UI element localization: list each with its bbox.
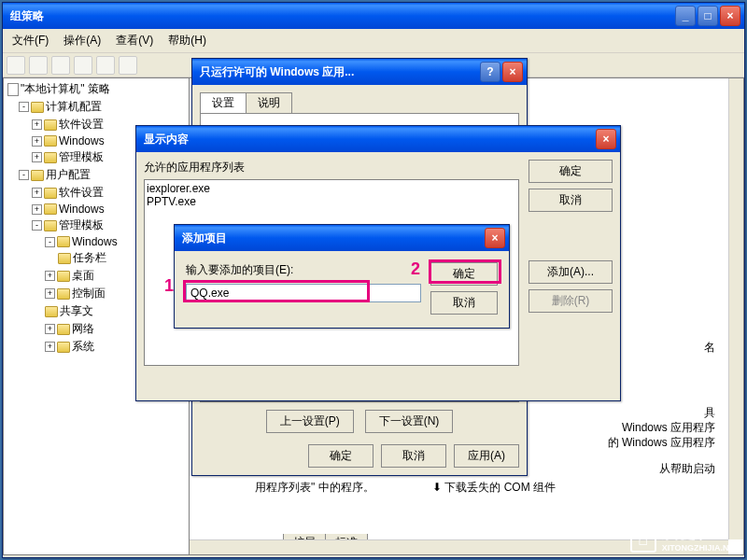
house-icon: ⌂	[630, 526, 656, 553]
ok-button[interactable]: 确定	[430, 262, 498, 286]
add-titlebar: 添加项目 ×	[175, 225, 509, 251]
download-icon: ⬇	[432, 481, 442, 494]
add-title: 添加项目	[178, 231, 483, 246]
list-label: 允许的应用程序列表	[144, 160, 519, 175]
expand-icon[interactable]: +	[45, 288, 55, 299]
content-text: 用程序列表" 中的程序。	[255, 480, 414, 496]
folder-icon	[44, 188, 57, 199]
folder-icon	[44, 135, 57, 147]
folder-icon	[31, 170, 44, 181]
scrollbar-v[interactable]	[728, 78, 743, 539]
prev-setting-button[interactable]: 上一设置(P)	[266, 410, 354, 433]
show-title: 显示内容	[140, 132, 594, 147]
watermark: ⌂ 系统之家 XITONGZHIJIA.NET	[630, 526, 740, 553]
refresh-icon[interactable]	[74, 56, 92, 75]
collapse-icon[interactable]: -	[19, 102, 29, 112]
minimize-button[interactable]: _	[675, 6, 696, 26]
up-icon[interactable]	[51, 56, 70, 75]
input-label: 输入要添加的项目(E):	[186, 262, 421, 278]
cancel-button[interactable]: 取消	[381, 444, 446, 468]
next-setting-button[interactable]: 下一设置(N)	[365, 410, 454, 433]
content-text: 名	[704, 340, 715, 356]
expand-icon[interactable]: +	[45, 324, 55, 334]
close-button[interactable]: ×	[502, 62, 523, 82]
menu-action[interactable]: 操作(A)	[58, 31, 106, 50]
main-title: 组策略	[7, 8, 673, 24]
help-icon[interactable]	[119, 56, 137, 75]
show-titlebar: 显示内容 ×	[136, 126, 620, 152]
add-item-input[interactable]	[186, 284, 421, 302]
folder-icon	[44, 220, 57, 231]
expand-icon[interactable]: +	[32, 136, 42, 147]
folder-icon	[31, 102, 44, 113]
folder-icon	[44, 119, 57, 131]
folder-icon	[44, 203, 57, 215]
add-button[interactable]: 添加(A)...	[529, 260, 613, 284]
content-text: 具	[704, 405, 715, 421]
expand-icon[interactable]: +	[32, 152, 42, 162]
props-icon[interactable]	[96, 56, 115, 75]
folder-icon	[57, 342, 70, 353]
content-text: 的 Windows 应用程序	[608, 435, 715, 451]
collapse-icon[interactable]: -	[32, 220, 42, 231]
folder-icon	[57, 236, 70, 247]
maximize-button[interactable]: □	[698, 6, 718, 26]
ok-button[interactable]: 确定	[529, 160, 613, 183]
menu-help[interactable]: 帮助(H)	[162, 31, 212, 50]
apply-button[interactable]: 应用(A)	[454, 444, 519, 468]
tab-setting[interactable]: 设置	[200, 92, 247, 114]
add-item-dialog: 添加项目 × 输入要添加的项目(E): 确定 取消	[174, 224, 510, 329]
collapse-icon[interactable]: -	[45, 237, 55, 247]
content-text: ⬇ 下载丢失的 COM 组件	[432, 480, 556, 496]
policy-titlebar: 只运行许可的 Windows 应用... ? ×	[192, 59, 527, 85]
close-button[interactable]: ×	[720, 6, 740, 26]
menubar: 文件(F) 操作(A) 查看(V) 帮助(H)	[3, 29, 744, 53]
folder-icon	[57, 324, 70, 335]
content-text: 从帮助启动	[659, 461, 715, 477]
forward-icon[interactable]	[29, 56, 48, 75]
content-text: Windows 应用程序	[622, 420, 715, 436]
folder-icon	[45, 306, 58, 317]
expand-icon[interactable]: +	[32, 204, 42, 215]
expand-icon[interactable]: +	[45, 271, 55, 281]
dialog-tabs: 设置 说明	[200, 92, 519, 114]
folder-icon	[58, 253, 71, 264]
close-button[interactable]: ×	[596, 129, 616, 149]
folder-icon	[44, 152, 57, 163]
remove-button[interactable]: 删除(R)	[529, 289, 613, 313]
main-titlebar: 组策略 _ □ ×	[3, 3, 744, 29]
back-icon[interactable]	[7, 56, 25, 75]
folder-icon	[57, 288, 70, 300]
cancel-button[interactable]: 取消	[430, 291, 498, 315]
list-item[interactable]: iexplorer.exe	[147, 182, 516, 195]
folder-icon	[57, 271, 70, 282]
ok-button[interactable]: 确定	[308, 444, 374, 468]
expand-icon[interactable]: +	[32, 188, 42, 198]
tree-computer-config[interactable]: -计算机配置	[6, 98, 187, 116]
help-button[interactable]: ?	[480, 62, 500, 82]
policy-title: 只运行许可的 Windows 应用...	[196, 64, 478, 80]
close-button[interactable]: ×	[485, 228, 505, 248]
menu-view[interactable]: 查看(V)	[110, 31, 159, 50]
menu-file[interactable]: 文件(F)	[7, 31, 54, 50]
expand-icon[interactable]: +	[45, 342, 55, 352]
policy-icon	[7, 83, 19, 96]
expand-icon[interactable]: +	[32, 119, 42, 130]
tree-root[interactable]: "本地计算机" 策略	[6, 80, 187, 98]
collapse-icon[interactable]: -	[19, 170, 29, 180]
cancel-button[interactable]: 取消	[529, 189, 613, 212]
tab-explain[interactable]: 说明	[246, 92, 292, 114]
list-item[interactable]: PPTV.exe	[147, 195, 516, 208]
